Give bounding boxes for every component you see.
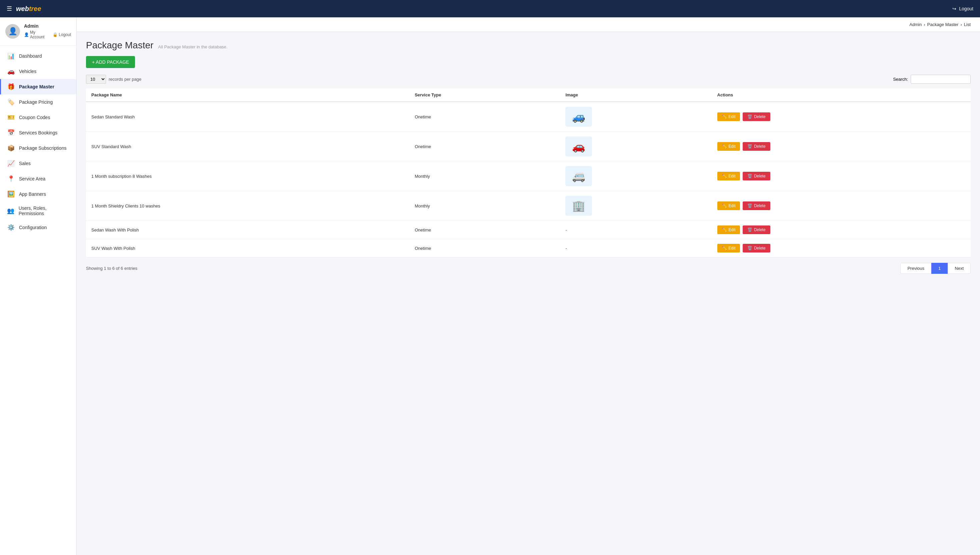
row-actions: ✏️ Edit 🗑️ Delete [712, 191, 970, 221]
delete-button[interactable]: 🗑️ Delete [743, 244, 771, 252]
delete-button[interactable]: 🗑️ Delete [743, 201, 771, 210]
next-button[interactable]: Next [948, 263, 970, 274]
edit-icon: ✏️ [722, 204, 727, 208]
add-package-button[interactable]: + ADD PACKAGE [86, 56, 135, 68]
search-input[interactable] [911, 75, 970, 84]
edit-button[interactable]: ✏️ Edit [717, 201, 740, 210]
logout-icon: ↪ [952, 6, 956, 11]
row-service-type: Onetime [409, 102, 560, 132]
records-label: records per page [109, 77, 141, 82]
delete-icon: 🗑️ [747, 228, 752, 232]
previous-button[interactable]: Previous [900, 263, 931, 274]
sidebar-item-users-roles[interactable]: 👥 Users, Roles, Permissions [0, 202, 76, 220]
nav-label-vehicles: Vehicles [19, 69, 36, 74]
delete-label: Delete [754, 228, 766, 232]
row-actions: ✏️ Edit 🗑️ Delete [712, 221, 970, 239]
sidebar-item-package-pricing[interactable]: 🏷️ Package Pricing [0, 95, 76, 110]
profile-name: Admin [24, 23, 71, 29]
pagination-area: Showing 1 to 6 of 6 entries Previous 1 N… [86, 258, 970, 274]
row-actions: ✏️ Edit 🗑️ Delete [712, 239, 970, 258]
breadcrumb-sep-1: › [924, 22, 925, 27]
sidebar-logout-icon: 🔒 [53, 32, 58, 37]
sidebar-item-vehicles[interactable]: 🚗 Vehicles [0, 64, 76, 79]
delete-label: Delete [754, 246, 766, 250]
row-actions: ✏️ Edit 🗑️ Delete [712, 132, 970, 162]
sidebar-item-coupon-codes[interactable]: 🎫 Coupon Codes [0, 110, 76, 125]
edit-button[interactable]: ✏️ Edit [717, 244, 740, 252]
nav-label-service-area: Service Area [19, 176, 45, 181]
packages-table: Package Name Service Type Image Actions … [86, 88, 970, 258]
delete-button[interactable]: 🗑️ Delete [743, 226, 771, 234]
nav-label-dashboard: Dashboard [19, 53, 42, 59]
app-logo: webtree [16, 5, 42, 13]
nav-icon-users-roles: 👥 [7, 207, 15, 215]
edit-label: Edit [729, 144, 736, 149]
hamburger-menu[interactable]: ☰ [7, 5, 12, 12]
delete-button[interactable]: 🗑️ Delete [743, 172, 771, 180]
nav-icon-package-master: 🎁 [7, 83, 15, 91]
table-row: Sedan Standard Wash Onetime 🚙 ✏️ Edit 🗑️… [86, 102, 970, 132]
sidebar-item-service-area[interactable]: 📍 Service Area [0, 171, 76, 186]
row-service-type: Monthly [409, 162, 560, 191]
nav-label-package-subscriptions: Package Subscriptions [19, 146, 66, 151]
row-image-empty: - [565, 246, 567, 251]
main-content: Admin › Package Master › List Package Ma… [77, 18, 980, 555]
nav-label-users-roles: Users, Roles, Permissions [19, 205, 70, 216]
nav-icon-services-bookings: 📅 [7, 129, 15, 137]
sidebar-profile: 👤 Admin 👤 My Account 🔒 Logout [0, 18, 76, 46]
edit-icon: ✏️ [722, 114, 727, 119]
sidebar-logout-link[interactable]: 🔒 Logout [53, 30, 71, 39]
row-package-name: Sedan Wash With Polish [86, 221, 409, 239]
row-image: 🚐 [565, 166, 592, 186]
navbar-left: ☰ webtree [7, 5, 42, 13]
delete-label: Delete [754, 144, 766, 149]
row-image: 🚗 [565, 136, 592, 156]
sidebar-item-dashboard[interactable]: 📊 Dashboard [0, 48, 76, 64]
sidebar-item-sales[interactable]: 📈 Sales [0, 156, 76, 171]
nav-label-sales: Sales [19, 161, 31, 166]
sidebar-item-configuration[interactable]: ⚙️ Configuration [0, 220, 76, 235]
table-row: 1 Month Shieldry Clients 10 washes Month… [86, 191, 970, 221]
delete-icon: 🗑️ [747, 144, 752, 149]
sidebar-item-package-subscriptions[interactable]: 📦 Package Subscriptions [0, 140, 76, 156]
edit-icon: ✏️ [722, 174, 727, 178]
table-row: SUV Wash With Polish Onetime - ✏️ Edit 🗑… [86, 239, 970, 258]
col-actions: Actions [712, 88, 970, 102]
row-package-name: 1 Month subscription 8 Washes [86, 162, 409, 191]
page-1-button[interactable]: 1 [931, 263, 948, 274]
row-image-cell: - [560, 221, 711, 239]
records-per-page: 10 25 50 100 records per page [86, 75, 141, 84]
records-select-dropdown[interactable]: 10 25 50 100 [86, 75, 106, 84]
table-row: 1 Month subscription 8 Washes Monthly 🚐 … [86, 162, 970, 191]
table-header-row: Package Name Service Type Image Actions [86, 88, 970, 102]
sidebar-item-services-bookings[interactable]: 📅 Services Bookings [0, 125, 76, 140]
nav-icon-sales: 📈 [7, 159, 15, 167]
edit-button[interactable]: ✏️ Edit [717, 226, 740, 234]
delete-label: Delete [754, 204, 766, 208]
edit-button[interactable]: ✏️ Edit [717, 112, 740, 121]
row-image-cell: 🚙 [560, 102, 711, 132]
row-image-cell: 🚗 [560, 132, 711, 162]
logout-button[interactable]: ↪ Logout [952, 6, 973, 11]
row-package-name: SUV Standard Wash [86, 132, 409, 162]
delete-icon: 🗑️ [747, 204, 752, 208]
delete-label: Delete [754, 174, 766, 178]
my-account-link[interactable]: 👤 My Account [24, 30, 50, 39]
edit-button[interactable]: ✏️ Edit [717, 172, 740, 180]
sidebar: 👤 Admin 👤 My Account 🔒 Logout 📊 Dashb [0, 18, 77, 555]
delete-button[interactable]: 🗑️ Delete [743, 142, 771, 151]
nav-label-package-pricing: Package Pricing [19, 99, 53, 105]
delete-icon: 🗑️ [747, 114, 752, 119]
sidebar-item-package-master[interactable]: 🎁 Package Master [0, 79, 76, 95]
nav-label-app-banners: App Banners [19, 191, 46, 197]
edit-icon: ✏️ [722, 228, 727, 232]
edit-button[interactable]: ✏️ Edit [717, 142, 740, 151]
row-image-cell: 🚐 [560, 162, 711, 191]
nav-icon-coupon-codes: 🎫 [7, 114, 15, 121]
row-actions: ✏️ Edit 🗑️ Delete [712, 162, 970, 191]
page-subtitle: All Package Master in the database. [158, 44, 227, 50]
sidebar-item-app-banners[interactable]: 🖼️ App Banners [0, 186, 76, 202]
row-package-name: Sedan Standard Wash [86, 102, 409, 132]
row-image: 🚙 [565, 107, 592, 127]
delete-button[interactable]: 🗑️ Delete [743, 112, 771, 121]
